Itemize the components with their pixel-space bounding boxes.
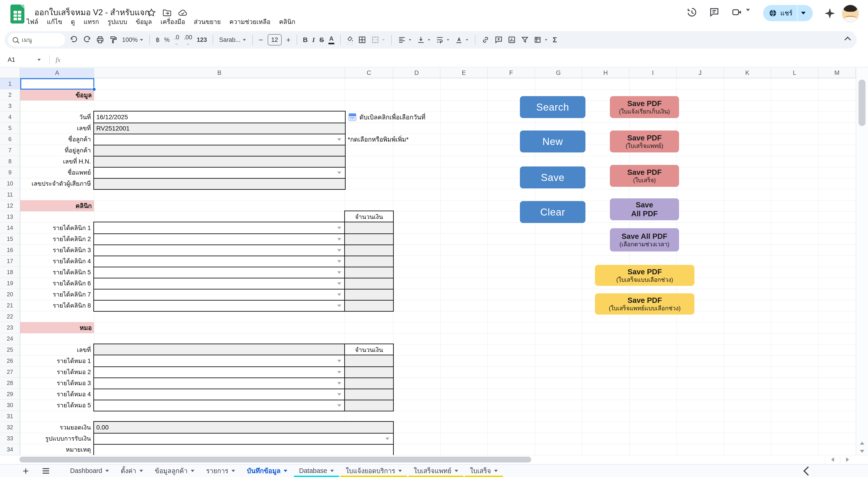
button-subtitle: (ใบแจ้งเรียกเก็บเงิน)	[619, 108, 670, 115]
sheet-tab-label: ข้อมูลลูกค้า	[155, 466, 188, 476]
horizontal-scroll-thumb[interactable]	[20, 457, 531, 463]
sheet-tab-2[interactable]: ตั้งค่า	[115, 465, 149, 477]
button-subtitle: All PDF	[631, 209, 657, 218]
sheet-tab-color-stripe	[294, 476, 339, 477]
button-title: Save PDF	[627, 168, 662, 177]
scroll-up-button[interactable]	[859, 440, 866, 446]
sheet-tab-label: ตั้งค่า	[121, 466, 136, 476]
sheet-tab-caret[interactable]	[398, 470, 402, 472]
sheet-tab-caret[interactable]	[191, 470, 194, 472]
sheet-tab-color-stripe	[340, 476, 407, 477]
save-pdf-button-5[interactable]: Save All PDF(เลือกตามช่วงเวลา)	[610, 228, 679, 251]
save-pdf-button-1[interactable]: Save PDF(ใบแจ้งเรียกเก็บเงิน)	[610, 96, 679, 118]
sheet-tab-6[interactable]: Database	[293, 465, 340, 477]
all-sheets-button[interactable]	[42, 468, 49, 474]
sheet-tab-caret[interactable]	[140, 470, 143, 472]
sheet-tab-caret[interactable]	[231, 470, 235, 472]
button-title: Save All PDF	[622, 232, 667, 241]
spreadsheet-app: ออกใบเสร็จหมอ V2 - สำหรับแจก ไฟล์แก้ไขดู…	[0, 0, 868, 477]
sheet-tab-label: ใบเสร็จแพทย์	[414, 466, 452, 476]
sheet-tab-caret[interactable]	[455, 470, 458, 472]
sheet-tab-caret[interactable]	[105, 470, 109, 472]
button-title: Save PDF	[627, 296, 662, 305]
sheet-tab-color-stripe	[465, 476, 503, 477]
sheet-tabs: Dashboardตั้งค่าข้อมูลลูกค้ารายการบันทึก…	[64, 465, 504, 477]
sheet-tab-5[interactable]: บันทึกข้อมูล	[241, 465, 293, 477]
button-title: Save PDF	[627, 268, 662, 276]
button-subtitle: (ใบเสร็จแบบเลือกช่วง)	[616, 276, 673, 284]
search-button[interactable]: Search	[520, 96, 585, 118]
scroll-down-button[interactable]	[859, 448, 866, 455]
sheet-tab-7[interactable]: ใบแจ้งยอดบริการ	[340, 465, 408, 477]
sheet-tab-label: ใบแจ้งยอดบริการ	[346, 466, 395, 476]
button-subtitle: (ใบเสร็จแพทย์)	[626, 143, 663, 149]
sheet-tab-label: ใบเสร็จ	[470, 466, 491, 476]
sheet-tab-caret[interactable]	[284, 470, 287, 472]
sheet-tab-bar: + Dashboardตั้งค่าข้อมูลลูกค้ารายการบันท…	[0, 464, 868, 477]
sheet-tab-caret[interactable]	[330, 470, 334, 472]
save-pdf-button-6[interactable]: Save PDF(ใบเสร็จแบบเลือกช่วง)	[595, 265, 694, 286]
save-pdf-button-4[interactable]: SaveAll PDF	[610, 198, 679, 220]
sheet-tab-label: บันทึกข้อมูล	[247, 466, 281, 476]
new-button[interactable]: New	[520, 130, 585, 152]
scroll-left-button[interactable]	[825, 455, 840, 464]
button-subtitle: (เลือกตามช่วงเวลา)	[619, 241, 669, 248]
vertical-scroll-thumb[interactable]	[859, 80, 866, 126]
button-subtitle: (ใบเสร็จแพทย์แบบเลือกช่วง)	[609, 305, 681, 312]
save-pdf-button-3[interactable]: Save PDF(ใบเสร็จ)	[610, 165, 679, 187]
sheet-tab-label: Database	[299, 467, 327, 475]
sheet-tab-3[interactable]: ข้อมูลลูกค้า	[149, 465, 200, 477]
save-button[interactable]: Save	[520, 167, 585, 188]
sheet-tab-label: รายการ	[206, 466, 228, 476]
sheet-tab-caret[interactable]	[494, 470, 498, 472]
buttons-layer: SearchNewSaveClearSave PDF(ใบแจ้งเรียกเก…	[0, 0, 868, 477]
save-pdf-button-7[interactable]: Save PDF(ใบเสร็จแพทย์แบบเลือกช่วง)	[595, 293, 694, 315]
sheet-tab-label: Dashboard	[70, 467, 102, 475]
add-sheet-button[interactable]: +	[21, 466, 31, 476]
button-title: Save PDF	[627, 134, 662, 143]
sheet-tab-9[interactable]: ใบเสร็จ	[464, 465, 504, 477]
sheet-tab-color-stripe	[408, 476, 463, 477]
button-title: Save PDF	[627, 99, 662, 108]
scroll-right-button[interactable]	[840, 455, 855, 464]
save-pdf-button-2[interactable]: Save PDF(ใบเสร็จแพทย์)	[610, 130, 679, 152]
button-subtitle: (ใบเสร็จ)	[633, 177, 656, 184]
clear-button[interactable]: Clear	[520, 201, 585, 223]
sheet-tab-8[interactable]: ใบเสร็จแพทย์	[408, 465, 464, 477]
button-title: Save	[636, 201, 653, 209]
sheet-tab-4[interactable]: รายการ	[200, 465, 241, 477]
sheet-tab-1[interactable]: Dashboard	[64, 465, 115, 477]
